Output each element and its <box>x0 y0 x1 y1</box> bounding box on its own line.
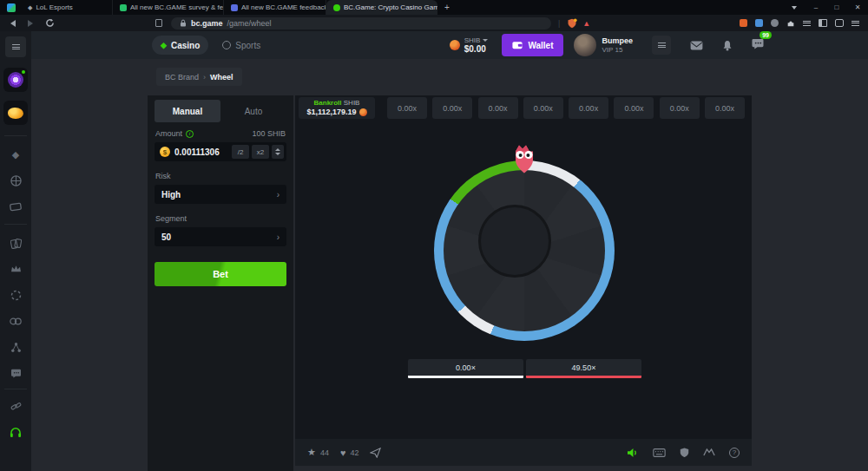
multiplier-slot[interactable]: 0.00x <box>569 97 608 119</box>
help-icon[interactable]: ? <box>729 448 740 458</box>
breadcrumb-brand[interactable]: BC Brand <box>165 73 199 82</box>
bc-game-wheel-page: ◆ LoL Esports All new BC.GAME survey & f… <box>0 0 868 471</box>
sidebar-item-links[interactable] <box>9 399 23 413</box>
hotkeys-keyboard-icon[interactable] <box>653 448 666 457</box>
multiplier-slot[interactable]: 0.00x <box>432 97 472 119</box>
downloads-icon[interactable] <box>835 19 844 27</box>
bet-button[interactable]: Bet <box>155 262 286 286</box>
multiplier-slot[interactable]: 0.00x <box>660 97 700 119</box>
tab-manual[interactable]: Manual <box>155 100 220 122</box>
wallet-button[interactable]: Wallet <box>502 34 563 56</box>
favorite-star-icon[interactable]: ★ <box>307 447 316 458</box>
extension-icon[interactable] <box>740 19 747 27</box>
warning-triangle-icon[interactable]: ▲ <box>582 19 590 28</box>
multiplier-slot[interactable]: 0.00x <box>478 97 518 119</box>
multiplier-slot[interactable]: 0.00x <box>614 97 654 119</box>
bell-icon <box>722 40 733 51</box>
sidebar-item-casino[interactable]: ◆ <box>9 147 23 161</box>
minimize-button[interactable]: – <box>806 3 826 11</box>
segment-select[interactable]: 50 › <box>155 227 286 246</box>
sidebar-item-support[interactable] <box>9 425 23 439</box>
sports-nav-button[interactable]: Sports <box>214 36 269 55</box>
bookmark-icon[interactable] <box>155 19 162 27</box>
close-window-button[interactable]: ✕ <box>847 3 868 11</box>
shield-extension-icon[interactable] <box>567 18 577 29</box>
half-bet-button[interactable]: /2 <box>232 145 249 159</box>
spinner-circle-icon <box>10 290 22 301</box>
chevron-down-icon[interactable] <box>792 6 797 10</box>
tab-favicon-icon <box>231 4 238 11</box>
sidebar-item-affiliate[interactable] <box>9 340 23 354</box>
multiplier-slot[interactable]: 0.00x <box>523 97 563 119</box>
tab-favicon-diamond-icon: ◆ <box>28 4 32 11</box>
new-tab-button[interactable]: + <box>444 3 450 12</box>
stats-wave-icon[interactable] <box>703 448 715 457</box>
result-item: 0.00× <box>408 359 523 378</box>
amount-label: Amount <box>155 129 182 138</box>
bonus-target-icon <box>8 72 23 88</box>
sidebar-item-spin[interactable] <box>9 288 23 302</box>
back-icon[interactable] <box>10 20 16 27</box>
fairness-shield-icon[interactable] <box>680 447 689 458</box>
inbox-button[interactable] <box>690 41 703 50</box>
avatar[interactable] <box>574 34 596 56</box>
wallet-icon <box>512 41 523 49</box>
sidebar-item-cards[interactable] <box>9 236 23 250</box>
url-field[interactable]: bc.game/game/wheel <box>171 17 551 29</box>
amount-row: Amount i 100 SHIB <box>155 129 286 138</box>
amount-stepper[interactable] <box>272 145 284 159</box>
sidebar-item-forum[interactable] <box>9 366 23 380</box>
tab-label: All new BC.GAME survey & feedback <box>130 3 224 11</box>
hamburger-icon <box>12 43 20 51</box>
divider <box>4 224 27 225</box>
side-panel-icon[interactable] <box>819 19 827 27</box>
risk-label: Risk <box>155 172 286 180</box>
risk-select[interactable]: High › <box>155 185 286 204</box>
extensions-row <box>740 19 859 28</box>
extension-icon[interactable] <box>771 19 779 27</box>
sidebar-item-bonus[interactable] <box>3 68 28 92</box>
currency-code: SHIB <box>464 36 481 44</box>
window-controls: – □ ✕ <box>783 3 868 11</box>
currency-selector[interactable]: SHIB $0.00 <box>443 34 496 57</box>
puzzle-extensions-icon[interactable] <box>786 19 795 28</box>
result-bar <box>526 376 641 378</box>
favorite-count: 44 <box>320 448 329 457</box>
tab-lol-esports[interactable]: ◆ LoL Esports <box>21 0 113 15</box>
forward-icon[interactable] <box>28 20 33 27</box>
translate-icon[interactable] <box>755 19 763 27</box>
multiplier-slot[interactable]: 0.00x <box>705 97 745 119</box>
sidebar-item-rewards[interactable] <box>3 101 28 125</box>
reload-icon[interactable] <box>45 18 55 28</box>
bets-menu-button[interactable] <box>652 36 671 55</box>
tab-auto[interactable]: Auto <box>220 100 286 122</box>
sidebar-item-sports[interactable] <box>9 173 23 187</box>
sidebar-menu-button[interactable] <box>5 36 26 57</box>
ticket-icon <box>10 202 22 212</box>
share-icon[interactable] <box>370 448 381 458</box>
sidebar-item-racing[interactable] <box>9 200 23 213</box>
reading-list-icon[interactable] <box>803 19 811 27</box>
sound-on-icon[interactable] <box>627 448 639 458</box>
notifications-button[interactable] <box>722 40 733 51</box>
tab-bcgame-feedback[interactable]: All new BC.GAME feedback <box>224 0 326 15</box>
sidebar-item-games[interactable] <box>9 314 23 328</box>
multiplier-slot[interactable]: 0.00x <box>387 97 427 119</box>
chat-button[interactable]: 99 <box>752 37 764 53</box>
amount-input[interactable]: $ 0.00111306 /2 x2 <box>155 142 286 161</box>
tab-bcgame-survey[interactable]: All new BC.GAME survey & feedback <box>113 0 224 15</box>
double-bet-button[interactable]: x2 <box>252 145 269 159</box>
like-heart-icon[interactable]: ♥ <box>340 448 346 458</box>
sidebar-item-vip[interactable] <box>9 262 23 276</box>
info-icon[interactable]: i <box>186 130 194 138</box>
result-value: 0.00× <box>408 359 523 376</box>
like-count: 42 <box>350 448 358 457</box>
casino-nav-button[interactable]: ◆ Casino <box>152 36 208 55</box>
browser-menu-icon[interactable] <box>852 19 859 27</box>
maximize-button[interactable]: □ <box>826 3 847 11</box>
result-value: 49.50× <box>526 359 641 376</box>
tab-bcgame-active[interactable]: BC.Game: Crypto Casino Games & ✕ <box>326 0 437 15</box>
user-info[interactable]: Bumpee VIP 15 <box>602 36 633 54</box>
tokens-icon <box>10 317 22 326</box>
bankroll-value: $1,112,179.19 <box>306 108 356 117</box>
